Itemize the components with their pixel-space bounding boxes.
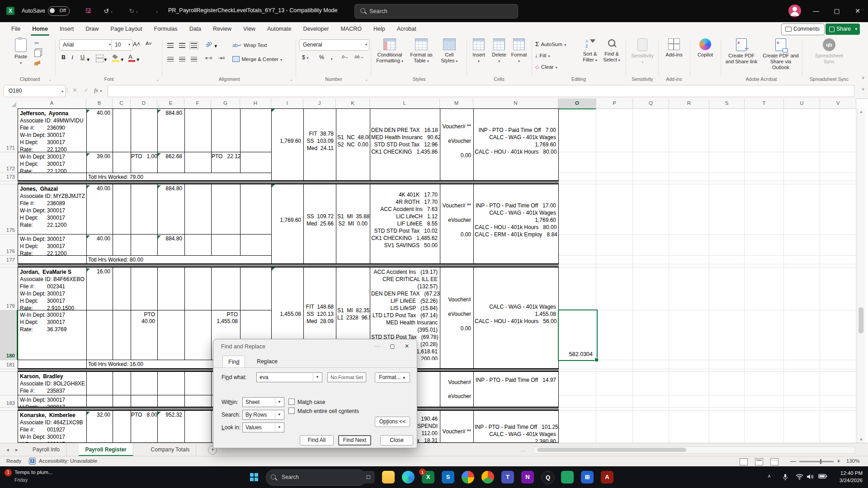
tray-expand-icon[interactable]: ˄ (768, 474, 771, 480)
bold-button[interactable]: B (61, 54, 66, 61)
start-button[interactable] (248, 471, 260, 483)
column-header-P[interactable]: P (596, 99, 633, 109)
save-icon[interactable]: 🖫 (82, 5, 94, 16)
cell-B[interactable]: 40.00 (87, 235, 113, 256)
search-select[interactable]: By Rows▼ (242, 410, 284, 420)
tab-find[interactable]: Find (222, 356, 245, 368)
column-header-T[interactable]: T (745, 99, 784, 109)
tab-overflow-icon[interactable]: … (521, 447, 526, 452)
match-entire-checkbox[interactable]: Match entire cell contents (288, 408, 359, 414)
create-pdf-share-link-button[interactable]: A ⚯ Create PDFand Share link (722, 38, 760, 65)
format-button[interactable]: Format... ▼ (375, 372, 410, 383)
currency-icon[interactable]: $ ▾ (302, 54, 308, 61)
ribbon-tab-home[interactable]: Home (26, 22, 54, 36)
align-bottom-icon[interactable] (191, 42, 197, 50)
taskbar-search[interactable]: Search (266, 469, 366, 486)
row-header-179[interactable]: 179 (0, 302, 15, 310)
horizontal-scrollbar[interactable] (533, 446, 855, 454)
format-painter-icon[interactable] (34, 61, 40, 66)
zoom-in-icon[interactable]: + (837, 457, 840, 465)
tab-replace[interactable]: Replace (251, 356, 283, 367)
row-header-177[interactable]: 177 (0, 256, 15, 263)
sort-filter-button[interactable]: AZ Sort &Filter ▾ (580, 38, 600, 63)
row-header-176[interactable]: 176 (0, 248, 15, 255)
column-header-L[interactable]: L (370, 99, 440, 109)
cell-M[interactable]: Voucher# eVoucher 0.00 (440, 267, 473, 360)
close-button[interactable]: ✕ (847, 0, 868, 22)
row-header-172[interactable]: 172 (0, 165, 15, 172)
orientation-menu-icon[interactable]: ▾ (214, 42, 217, 49)
ribbon-tab-page-layout[interactable]: Page Layout (104, 22, 148, 36)
row-header-171[interactable]: 171 (0, 144, 15, 151)
cell-B[interactable]: 40.00 (87, 110, 113, 152)
ribbon-tab-help[interactable]: Help (368, 22, 391, 36)
column-header-H[interactable]: H (240, 99, 271, 109)
cell-B[interactable]: 32.00 (87, 412, 113, 443)
ribbon-tab-acrobat[interactable]: Acrobat (391, 22, 422, 36)
confirm-entry-icon[interactable]: ✓ (84, 87, 89, 94)
cell-G[interactable]: PTO 22.12 (212, 153, 240, 173)
user-avatar[interactable] (788, 5, 801, 17)
conditional-formatting-button[interactable]: ConditionalFormatting ▾ (373, 38, 406, 64)
copy-icon[interactable] (34, 50, 41, 57)
find-select-button[interactable]: Find &Select ▾ (601, 38, 622, 63)
delete-cells-button[interactable]: Delete▾ (489, 38, 509, 64)
autosum-button[interactable]: Σ AutoSum ▾ (535, 40, 566, 48)
cell-L[interactable]: 4K 401K 17.70 4R ROTH 17.70 ACC Accident… (370, 184, 440, 256)
zoom-slider-knob[interactable] (820, 459, 821, 464)
cell-N[interactable]: INP - PTO - Paid Time Off 101.25 CALC - … (474, 411, 558, 443)
row-header-175[interactable]: 175 (0, 226, 15, 234)
sheet-tab-payroll-register[interactable]: Payroll Register (79, 443, 133, 456)
cell-K[interactable]: S1 MI 35.88 S2 MI 0.00 (336, 184, 370, 256)
cell-E[interactable]: 862.68 (158, 153, 184, 173)
undo-icon[interactable]: ↺ ▾ (102, 5, 114, 16)
row-header-181[interactable]: 181 (0, 361, 15, 368)
vertical-scrollbar[interactable]: ▲▼ (857, 108, 865, 443)
dialog-maximize-icon[interactable]: ▢ (386, 341, 399, 351)
expand-formula-bar-icon[interactable]: ˅ (862, 87, 864, 92)
column-header-G[interactable]: G (211, 99, 240, 109)
column-header-J[interactable]: J (303, 99, 336, 109)
align-center-icon[interactable] (179, 55, 185, 63)
ribbon-tab-formulas[interactable]: Formulas (148, 22, 184, 36)
cell-M[interactable]: Voucher# eVoucher 0.00 (440, 372, 473, 408)
minimize-button[interactable]: — (806, 0, 826, 22)
column-header-I[interactable]: I (271, 99, 303, 109)
column-header-F[interactable]: F (184, 99, 211, 109)
cell-J[interactable]: SS 109.72 Med 25.66 (304, 184, 336, 256)
taskbar-icon-edge[interactable] (402, 471, 415, 483)
sheet-tab-payroll-info[interactable]: Payroll Info (26, 443, 66, 456)
clear-button[interactable]: ◇ Clear ▾ (535, 62, 557, 70)
taskbar-icon-excel[interactable]: X1 (422, 471, 434, 483)
decrease-indent-icon[interactable]: ⇤≡ (205, 55, 212, 61)
cell-E[interactable]: 884.80 (158, 110, 184, 152)
format-cells-button[interactable]: Format▾ (509, 38, 529, 64)
find-what-dropdown-icon[interactable]: ▼ (313, 373, 321, 381)
column-header-S[interactable]: S (709, 99, 745, 109)
merge-center-button[interactable]: Merge & Center ▾ (232, 55, 282, 63)
cell-J[interactable]: FIT 38.78 SS 103.09 Med 24.11 (304, 109, 336, 173)
column-header-V[interactable]: V (820, 99, 856, 109)
taskbar-icon-browser[interactable] (462, 471, 474, 483)
taskbar-icon-green-app[interactable] (561, 471, 574, 483)
vertical-scrollbar-thumb[interactable] (859, 307, 863, 333)
addins-button[interactable]: Add-ins (660, 38, 688, 58)
cell-N[interactable]: CALC - WAG - 401k Wages 1,455.08 CALC - … (474, 267, 558, 360)
taskbar-icon-task-view[interactable]: □ (362, 471, 375, 483)
cell-N[interactable]: INP - PTO - Paid Time Off 7.00 CALC - WA… (474, 109, 558, 173)
taskbar-icon-quickbooks[interactable]: Q (541, 471, 555, 484)
cut-icon[interactable]: ✂ (34, 40, 39, 47)
decrease-decimal-icon[interactable]: .00→ (354, 54, 364, 59)
copilot-button[interactable]: Copilot (692, 38, 719, 58)
microphone-icon[interactable] (782, 474, 788, 482)
within-select[interactable]: Sheet▼ (242, 397, 284, 407)
share-button[interactable]: Share (826, 23, 860, 35)
column-header-B[interactable]: B (86, 99, 113, 109)
taskbar-icon-onenote[interactable]: N (521, 471, 534, 483)
cell-D[interactable]: PTO 40.00 (131, 311, 157, 360)
cell-B[interactable]: 16.00 (87, 268, 113, 310)
clock[interactable]: 12:40 PM 3/24/2026 (840, 469, 863, 484)
ribbon-tab-review[interactable]: Review (207, 22, 237, 36)
dialog-close-icon[interactable]: ✕ (401, 341, 413, 351)
collapse-ribbon-icon[interactable]: ˅ (862, 75, 864, 80)
